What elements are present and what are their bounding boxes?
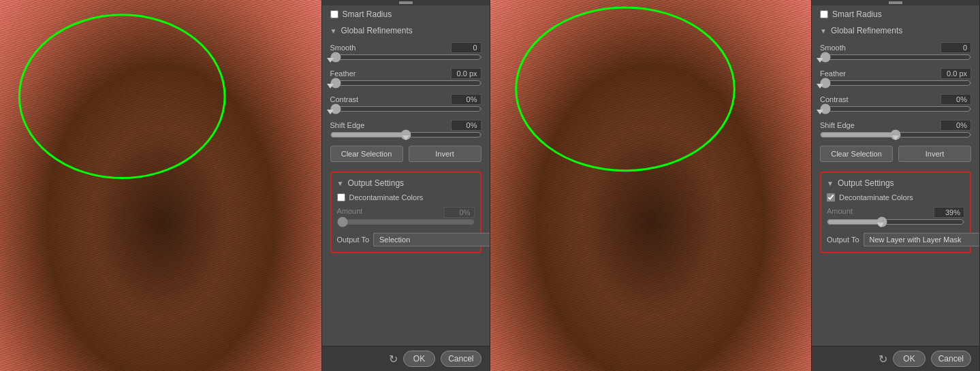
right-clear-selection-button[interactable]: Clear Selection [820,146,893,162]
right-contrast-track [820,108,971,110]
left-smooth-row: Smooth 0 [330,42,481,59]
right-smooth-label: Smooth [820,44,846,52]
right-shift-edge-track [820,133,971,136]
left-invert-button[interactable]: Invert [409,146,481,162]
right-global-refinements-header: ▼ Global Refinements [820,26,971,35]
right-shift-edge-row: Shift Edge 0% [820,120,971,136]
right-contrast-row: Contrast 0% [820,94,971,110]
left-global-refinements-label: Global Refinements [341,26,412,35]
right-amount-row: Amount 39% [827,207,964,223]
left-shift-edge-row: Shift Edge 0% [330,120,481,136]
right-decontaminate-label: Decontaminate Colors [839,193,913,201]
right-feather-slider[interactable] [820,78,971,88]
right-smooth-track [820,56,971,59]
right-smooth-thumb [817,58,823,63]
left-output-to-label: Output To [337,236,370,244]
left-settings-panel: Smart Radius ▼ Global Refinements Smooth… [321,0,490,371]
left-smart-radius-label: Smart Radius [343,10,392,19]
right-feather-row: Feather 0.0 px [820,68,971,84]
right-amount-slider[interactable] [827,216,964,227]
left-feather-thumb [327,84,334,88]
left-shift-edge-label: Shift Edge [330,121,365,129]
right-shift-edge-thumb [892,135,899,140]
left-output-settings-label: Output Settings [347,178,404,188]
right-output-chevron: ▼ [827,180,834,187]
left-contrast-track [330,108,481,110]
left-feather-row: Feather 0.0 px [330,68,481,84]
left-output-chevron: ▼ [337,180,344,187]
left-decontaminate-checkbox[interactable] [337,193,345,201]
right-settings-panel: Smart Radius ▼ Global Refinements Smooth… [811,0,980,371]
right-shift-edge-label: Shift Edge [820,121,855,129]
left-contrast-slider[interactable] [330,103,481,114]
left-output-to-select[interactable]: Selection Layer Mask New Layer New Layer… [373,233,490,246]
right-feather-track [820,82,971,84]
left-action-buttons: Clear Selection Invert [330,146,481,162]
left-smooth-slider[interactable] [330,52,481,63]
left-smart-radius-row: Smart Radius [330,10,481,19]
right-output-settings-label: Output Settings [838,178,894,188]
right-panel-scroll: Smart Radius ▼ Global Refinements Smooth… [812,5,979,346]
right-hair-texture [490,0,812,371]
left-feather-track [330,82,481,84]
left-ok-button[interactable]: OK [403,351,435,367]
right-cancel-button[interactable]: Cancel [931,351,971,367]
right-global-chevron: ▼ [820,27,827,35]
right-output-to-label: Output To [827,236,859,244]
left-panel-scroll: Smart Radius ▼ Global Refinements Smooth… [322,5,490,346]
left-shift-edge-track [330,133,481,136]
right-amount-thumb [877,223,884,227]
left-output-settings-section: ▼ Output Settings Decontaminate Colors A… [330,172,481,253]
left-amount-row: Amount 0% [337,207,475,223]
right-smooth-slider[interactable] [820,52,971,63]
right-reset-icon[interactable]: ↻ [879,353,887,366]
right-decontaminate-checkbox[interactable] [827,193,835,201]
right-panel-top-bar [812,0,979,5]
left-clear-selection-button[interactable]: Clear Selection [330,146,403,162]
left-output-settings-header: ▼ Output Settings [337,178,475,188]
right-smart-radius-label: Smart Radius [832,10,882,19]
left-smart-radius-checkbox[interactable] [330,10,338,18]
left-contrast-row: Contrast 0% [330,94,481,110]
left-photo-panel [0,0,321,371]
right-invert-button[interactable]: Invert [898,146,971,162]
right-smart-radius-row: Smart Radius [820,10,971,19]
left-panel-handle [399,1,413,4]
right-ok-button[interactable]: OK [893,351,925,367]
left-amount-slider [337,216,475,227]
right-contrast-thumb [817,110,823,114]
right-smooth-row: Smooth 0 [820,42,971,59]
left-feather-label: Feather [330,69,356,78]
right-output-to-row: Output To Selection Layer Mask New Layer… [827,233,964,246]
left-contrast-label: Contrast [330,95,359,103]
left-panel-bottom-bar: ↻ OK Cancel [322,346,490,371]
right-output-settings-section: ▼ Output Settings Decontaminate Colors A… [820,172,971,253]
left-hair-texture [0,0,321,371]
right-output-settings-header: ▼ Output Settings [827,178,964,188]
right-amount-track [827,221,964,223]
left-feather-slider[interactable] [330,78,481,88]
right-contrast-slider[interactable] [820,103,971,114]
left-amount-track [337,221,475,223]
left-smooth-track [330,56,481,59]
left-cancel-button[interactable]: Cancel [441,351,481,367]
right-feather-thumb [817,84,823,88]
right-feather-label: Feather [820,69,846,78]
right-output-to-select[interactable]: Selection Layer Mask New Layer New Layer… [864,233,980,246]
left-global-chevron: ▼ [330,27,337,35]
right-contrast-label: Contrast [820,95,849,103]
right-smart-radius-checkbox[interactable] [820,10,828,18]
left-panel-top-bar [322,0,490,5]
left-hair-image [0,0,321,371]
right-hair-image [490,0,812,371]
left-reset-icon[interactable]: ↻ [389,353,398,366]
left-decontaminate-label: Decontaminate Colors [349,193,424,201]
left-output-to-row: Output To Selection Layer Mask New Layer… [337,233,475,246]
right-decontaminate-row: Decontaminate Colors [827,193,964,201]
left-global-refinements-header: ▼ Global Refinements [330,26,481,35]
left-smooth-thumb [327,58,334,63]
right-panel-bottom-bar: ↻ OK Cancel [812,346,979,371]
left-contrast-thumb [327,110,334,114]
right-action-buttons: Clear Selection Invert [820,146,971,162]
right-panel-handle [889,1,902,4]
